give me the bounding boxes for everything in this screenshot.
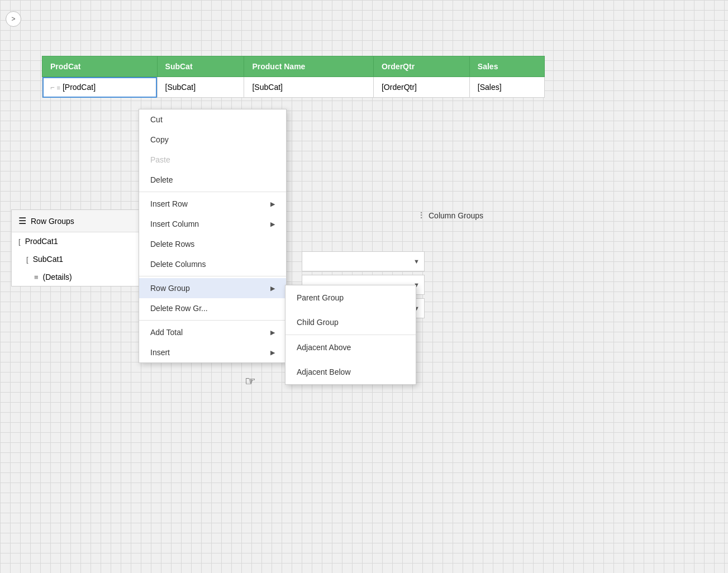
row-groups-header: ☰ Row Groups xyxy=(12,210,147,232)
cell-orderqtr[interactable]: [OrderQtr] xyxy=(373,77,469,98)
submenu-item-adjacent-below[interactable]: Adjacent Below xyxy=(286,360,416,384)
submenu-item-child-group[interactable]: Child Group xyxy=(286,310,416,335)
cell-subcat[interactable]: [SubCat] xyxy=(157,77,244,98)
panel-item-details[interactable]: ≡ (Details) xyxy=(12,268,147,286)
col-header-productname[interactable]: Product Name xyxy=(244,56,373,77)
col-header-sales[interactable]: Sales xyxy=(469,56,544,77)
col-header-prodcat[interactable]: ProdCat xyxy=(42,56,158,77)
menu-divider-1 xyxy=(139,192,286,192)
submenu-arrow-icon: ▶ xyxy=(270,285,275,292)
menu-item-cut[interactable]: Cut xyxy=(139,109,286,130)
menu-item-delete-rows[interactable]: Delete Rows xyxy=(139,234,286,254)
bracket-icon: ⌐ xyxy=(50,83,55,92)
cell-sales[interactable]: [Sales] xyxy=(469,77,544,98)
workspace: > ProdCat SubCat Product Name OrderQtr xyxy=(0,0,728,573)
submenu-arrow-icon: ▶ xyxy=(270,329,275,336)
menu-divider-3 xyxy=(139,320,286,321)
menu-item-row-group[interactable]: Row Group ▶ xyxy=(139,278,286,298)
lines-icon: ≡ xyxy=(34,273,39,281)
column-groups-section: ⫶ Column Groups xyxy=(419,209,483,221)
dropdown-1[interactable]: ▼ xyxy=(302,251,425,271)
lines-icon: ≡ xyxy=(57,84,60,91)
chevron-right-icon: > xyxy=(11,15,15,23)
menu-divider-2 xyxy=(139,276,286,276)
menu-item-delete-columns[interactable]: Delete Columns xyxy=(139,254,286,274)
menu-item-delete-row-group[interactable]: Delete Row Gr... xyxy=(139,298,286,318)
bracket-icon: [ xyxy=(26,255,28,264)
submenu-arrow-icon: ▶ xyxy=(270,349,275,356)
report-table: ProdCat SubCat Product Name OrderQtr Sal… xyxy=(42,56,545,98)
submenu-arrow-icon: ▶ xyxy=(270,221,275,228)
menu-item-insert[interactable]: Insert ▶ xyxy=(139,342,286,362)
submenu-item-parent-group[interactable]: Parent Group xyxy=(286,285,416,310)
submenu-item-adjacent-above[interactable]: Adjacent Above xyxy=(286,335,416,360)
menu-item-add-total[interactable]: Add Total ▶ xyxy=(139,322,286,342)
row-groups-panel: ☰ Row Groups [ ProdCat1 [ SubCat1 ≡ (Det… xyxy=(11,209,148,286)
menu-item-insert-column[interactable]: Insert Column ▶ xyxy=(139,214,286,234)
panel-item-subcat1[interactable]: [ SubCat1 xyxy=(12,250,147,268)
menu-item-delete[interactable]: Delete xyxy=(139,170,286,190)
report-table-area: ProdCat SubCat Product Name OrderQtr Sal… xyxy=(42,56,717,98)
row-group-handle: ⌐ ≡ xyxy=(50,83,60,92)
collapse-button[interactable]: > xyxy=(6,11,21,27)
menu-item-paste[interactable]: Paste xyxy=(139,150,286,170)
row-group-submenu: Parent Group Child Group Adjacent Above … xyxy=(285,285,416,385)
bracket-icon: [ xyxy=(18,237,21,246)
col-header-orderqtr[interactable]: OrderQtr xyxy=(373,56,469,77)
menu-item-copy[interactable]: Copy xyxy=(139,130,286,150)
context-menu: Cut Copy Paste Delete Insert Row ▶ Inser… xyxy=(139,109,287,363)
menu-item-insert-row[interactable]: Insert Row ▶ xyxy=(139,194,286,214)
cell-prodcat[interactable]: ⌐ ≡ [ProdCat] xyxy=(42,77,158,98)
dropdown-arrow-icon: ▼ xyxy=(413,258,420,265)
rows-icon: ☰ xyxy=(18,216,26,226)
submenu-arrow-icon: ▶ xyxy=(270,200,275,208)
panel-item-prodcat1[interactable]: [ ProdCat1 xyxy=(12,232,147,250)
cell-productname[interactable]: [SubCat] xyxy=(244,77,373,98)
columns-icon: ⫶ xyxy=(419,209,424,221)
col-header-subcat[interactable]: SubCat xyxy=(157,56,244,77)
